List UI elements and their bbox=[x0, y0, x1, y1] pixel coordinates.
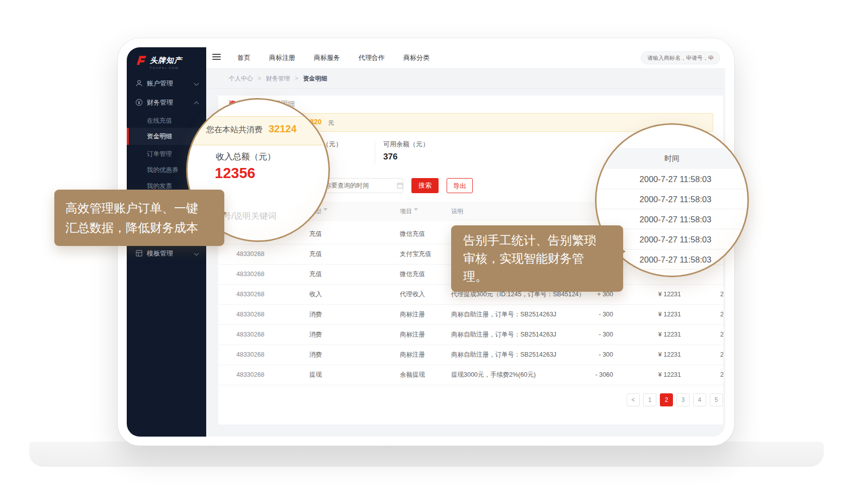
sort-project[interactable]: 项目 bbox=[400, 202, 418, 221]
nav-tab-trademark-register[interactable]: 商标注册 bbox=[269, 53, 295, 62]
caret-down-icon bbox=[323, 208, 327, 213]
chevron-down-icon bbox=[194, 81, 199, 86]
lens-time-row: 2000-7-27 11:58:03 bbox=[596, 169, 747, 189]
caret-down-icon bbox=[414, 208, 418, 213]
top-nav: 首页 商标注册 商标服务 代理合作 商标分类 bbox=[237, 47, 430, 68]
breadcrumb-finance[interactable]: 财务管理 bbox=[266, 75, 290, 82]
page-button-1[interactable]: 1 bbox=[643, 393, 656, 406]
prev-page-button[interactable]: < bbox=[627, 393, 640, 406]
table-row: 48330268消费商标注册商标自助注册，订单号：SB2514263J- 300… bbox=[218, 345, 723, 365]
lens-banner: 您在本站共消费 32124 bbox=[186, 116, 330, 145]
sidebar-item-account[interactable]: 账户管理 bbox=[127, 74, 206, 93]
hamburger-menu-icon[interactable] bbox=[212, 54, 221, 61]
nav-tab-agency[interactable]: 代理合作 bbox=[359, 53, 385, 62]
breadcrumb: 个人中心 > 财务管理 > 资金明细 bbox=[206, 68, 725, 89]
balance-value: 376 bbox=[383, 152, 397, 162]
callout-left: 高效管理账户订单、一键 汇总数据，降低财务成本 bbox=[54, 190, 224, 246]
export-button[interactable]: 导出 bbox=[447, 178, 473, 193]
nav-tab-trademark-category[interactable]: 商标分类 bbox=[403, 53, 430, 62]
callout-right: 告别手工统计、告别繁琐 审核，实现智能财务管 理。 bbox=[451, 225, 623, 292]
stat-divider bbox=[375, 141, 375, 165]
sidebar-item-templates[interactable]: 模板管理 bbox=[127, 244, 206, 263]
chevron-down-icon bbox=[194, 251, 199, 256]
calendar-icon[interactable] bbox=[397, 182, 403, 189]
brand-subtext: TOUPAI.COM bbox=[150, 66, 182, 69]
breadcrumb-personal-center[interactable]: 个人中心 bbox=[229, 75, 253, 82]
page-button-4[interactable]: 4 bbox=[693, 393, 706, 406]
nav-tab-home[interactable]: 首页 bbox=[237, 53, 250, 62]
page-button-5[interactable]: 5 bbox=[710, 393, 723, 406]
table-row: 48330268消费商标注册商标自助注册，订单号：SB2514263J- 300… bbox=[218, 325, 723, 345]
topbar: 首页 商标注册 商标服务 代理合作 商标分类 bbox=[206, 47, 725, 69]
sidebar-item-online-recharge[interactable]: 在线充值 bbox=[127, 113, 206, 129]
nav-tab-trademark-service[interactable]: 商标服务 bbox=[314, 53, 340, 62]
lens-time-header: 时间 bbox=[596, 148, 747, 169]
table-row: 48330268消费商标注册商标自助注册，订单号：SB2514263J- 300… bbox=[218, 305, 723, 325]
search-button[interactable]: 搜索 bbox=[411, 178, 439, 193]
lens-time-row: 2000-7-27 11:58:03 bbox=[596, 189, 747, 209]
lens-banner-amount: 32124 bbox=[269, 123, 297, 135]
page-button-3[interactable]: 3 bbox=[676, 393, 690, 406]
brand-name: 头牌知产 bbox=[150, 56, 182, 65]
lens-banner-prefix: 您在本站共消费 bbox=[206, 125, 263, 135]
pagination: < 1 2 3 4 5 bbox=[627, 393, 723, 406]
finance-icon bbox=[135, 99, 143, 106]
lens-income-label: 收入总额（元） bbox=[216, 151, 276, 162]
brand-logo[interactable]: 头牌知产 TOUPAI.COM bbox=[136, 55, 182, 69]
template-icon bbox=[135, 249, 143, 257]
user-icon bbox=[135, 79, 143, 87]
sidebar-item-finance[interactable]: 财务管理 bbox=[127, 94, 206, 112]
table-row: 48330268提现余额提现提现3000元，手续费2%(60元)- 3060¥ … bbox=[218, 365, 723, 385]
page-button-2[interactable]: 2 bbox=[660, 393, 673, 406]
brand-logo-icon bbox=[136, 55, 147, 65]
stage: 头牌知产 TOUPAI.COM 账户管理 财务管理 bbox=[0, 0, 853, 504]
breadcrumb-current: 资金明细 bbox=[303, 75, 327, 82]
balance-label: 可用余额（元） bbox=[383, 140, 429, 149]
global-search-input[interactable] bbox=[641, 51, 720, 64]
lens-income-value: 12356 bbox=[215, 165, 255, 182]
chevron-up-icon bbox=[194, 102, 199, 107]
banner-unit: 元 bbox=[328, 119, 334, 127]
